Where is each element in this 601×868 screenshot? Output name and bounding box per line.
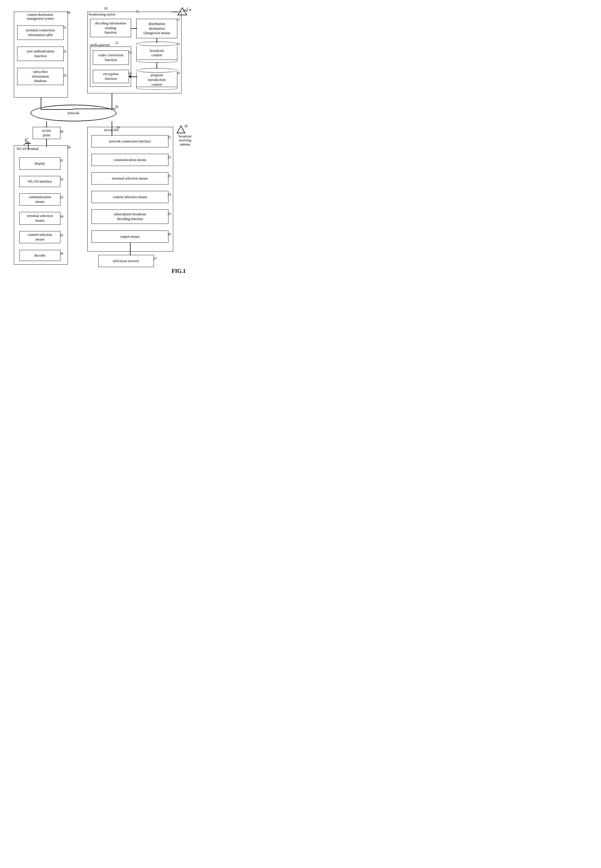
line-bs-network bbox=[112, 93, 112, 109]
ap-box: accesspoint bbox=[33, 127, 60, 139]
label-34: 34 bbox=[60, 215, 63, 218]
label-12: 12 bbox=[115, 41, 118, 45]
nci-label: network connection interface bbox=[109, 139, 151, 144]
label-17: 17 bbox=[177, 18, 180, 21]
label-63: 63 bbox=[63, 73, 67, 77]
output-box: output means bbox=[92, 230, 168, 243]
label-35: 35 bbox=[60, 233, 63, 237]
broadcasting-station-label: broadcasting station bbox=[88, 12, 115, 16]
label-13: 13 bbox=[128, 50, 132, 54]
disf-label: decoding information sendingfunction bbox=[92, 21, 129, 35]
line-cdms-network-h bbox=[41, 109, 73, 110]
sid-label: subscriberinformationdatabase bbox=[32, 70, 49, 84]
cont-sel2-box: content selection means bbox=[92, 191, 168, 203]
display-box: display bbox=[20, 157, 60, 169]
line-bs-network-h bbox=[73, 109, 116, 109]
term-sel-box: terminal selectionmeans bbox=[20, 212, 60, 225]
cont-sel-box: content selectionmeans bbox=[20, 231, 60, 243]
label-22: 22 bbox=[168, 155, 171, 159]
ccf-label: codec conversionfunction bbox=[98, 53, 124, 62]
network-ellipse: network bbox=[31, 105, 116, 121]
label-62: 62 bbox=[63, 49, 67, 53]
ddcm-label: distributiondestinationchangeover means bbox=[143, 21, 170, 36]
line-ddcm-bc bbox=[157, 38, 157, 43]
label-21: 21 bbox=[168, 135, 171, 139]
comm-means-box: communicationmeans bbox=[20, 193, 60, 206]
label-32: 32 bbox=[60, 177, 63, 181]
sid-box: subscriberinformationdatabase bbox=[17, 68, 64, 85]
cont-sel2-label: content selection means bbox=[113, 195, 147, 199]
label-26: 26 bbox=[168, 232, 171, 236]
broadcast-content-cylinder: broadcastcontent bbox=[136, 41, 177, 62]
ef-label: encryptionfunction bbox=[103, 72, 119, 81]
bc-label: broadcastcontent bbox=[150, 49, 164, 58]
display-label: display bbox=[35, 161, 45, 166]
disf-box: decoding information sendingfunction bbox=[90, 19, 131, 37]
fig-label: FIG.1 bbox=[171, 268, 186, 274]
label-30: 30 bbox=[67, 145, 70, 149]
ddcm-box: distributiondestinationchangeover means bbox=[136, 19, 177, 38]
line-ef-bc bbox=[131, 76, 137, 77]
label-25: 25 bbox=[168, 212, 171, 216]
comm-means-label: communicationmeans bbox=[29, 195, 51, 204]
tv-box: television receiver bbox=[98, 255, 154, 267]
label-15: 15 bbox=[177, 42, 180, 46]
line-network-stb bbox=[112, 121, 112, 136]
label-20: 20 bbox=[116, 125, 120, 129]
comm2-label: communication means bbox=[114, 158, 146, 162]
ant-label: broadcastreceivingantenna bbox=[177, 134, 194, 146]
ef-box: encryptionfunction bbox=[93, 70, 129, 83]
line-disf-ddcm bbox=[131, 28, 137, 29]
svg-marker-7 bbox=[177, 126, 185, 133]
label-10: 10 bbox=[104, 6, 107, 11]
label-31: 31 bbox=[60, 158, 63, 162]
line-network-ap bbox=[46, 121, 47, 128]
label-28: 28 bbox=[184, 124, 188, 128]
label-40: 40 bbox=[60, 129, 63, 134]
broadcast-waves-icon bbox=[183, 7, 191, 13]
line-ap-wlan bbox=[46, 139, 47, 147]
sbd-label: subscription broadcastdecoding function bbox=[114, 212, 146, 221]
uaf-label: user authenticationfunction bbox=[27, 49, 54, 58]
label-14: 14 bbox=[128, 72, 132, 75]
zigzag-line bbox=[22, 138, 33, 146]
dot-ef bbox=[129, 75, 131, 78]
line-cdms-network bbox=[41, 97, 41, 109]
line-stb-tv bbox=[130, 243, 131, 256]
uaf-box: user authenticationfunction bbox=[17, 47, 64, 61]
output-label: output means bbox=[120, 235, 140, 239]
wlan-if-label: WLAN interface bbox=[28, 179, 52, 184]
decoder-box: decoder bbox=[20, 250, 60, 261]
label-24: 24 bbox=[168, 193, 171, 196]
tcit-box: terminal connectioninformation table bbox=[17, 26, 64, 40]
label-27: 27 bbox=[154, 257, 157, 260]
network-label: network bbox=[68, 111, 79, 115]
label-11: 11 bbox=[136, 9, 139, 13]
ap-label: accesspoint bbox=[42, 128, 51, 138]
wlan-if-box: WLAN interface bbox=[20, 176, 60, 187]
tv-label: television receiver bbox=[113, 259, 139, 263]
line-ddcm-pic bbox=[157, 62, 157, 69]
label-16: 16 bbox=[177, 71, 180, 75]
label-50: 50 bbox=[115, 105, 118, 109]
nci-box: network connection interface bbox=[92, 135, 168, 148]
pic-label: programintroductioncontent bbox=[148, 73, 166, 87]
label-60: 60 bbox=[67, 11, 70, 14]
term-sel2-box: terminal selection means bbox=[92, 172, 168, 184]
cont-sel-label: content selectionmeans bbox=[28, 233, 52, 242]
tcit-label: terminal connectioninformation table bbox=[26, 28, 55, 37]
term-sel-label: terminal selectionmeans bbox=[27, 213, 53, 223]
ccf-box: codec conversionfunction bbox=[93, 50, 129, 65]
diagram: 10 broadcasting station 11 content distr… bbox=[6, 6, 188, 274]
label-33: 33 bbox=[60, 195, 63, 199]
pic-cylinder: programintroductioncontent bbox=[136, 68, 177, 90]
line-antenna-top bbox=[172, 12, 178, 12]
term-sel2-label: terminal selection means bbox=[112, 176, 148, 181]
label-36: 36 bbox=[60, 251, 63, 256]
cdms-label: content distributionmanagement system bbox=[15, 13, 65, 21]
label-61: 61 bbox=[63, 26, 67, 29]
label-23: 23 bbox=[168, 174, 171, 178]
sbd-box: subscription broadcastdecoding function bbox=[92, 209, 168, 224]
comm2-box: communication means bbox=[92, 154, 168, 166]
decoder-label: decoder bbox=[34, 253, 46, 258]
